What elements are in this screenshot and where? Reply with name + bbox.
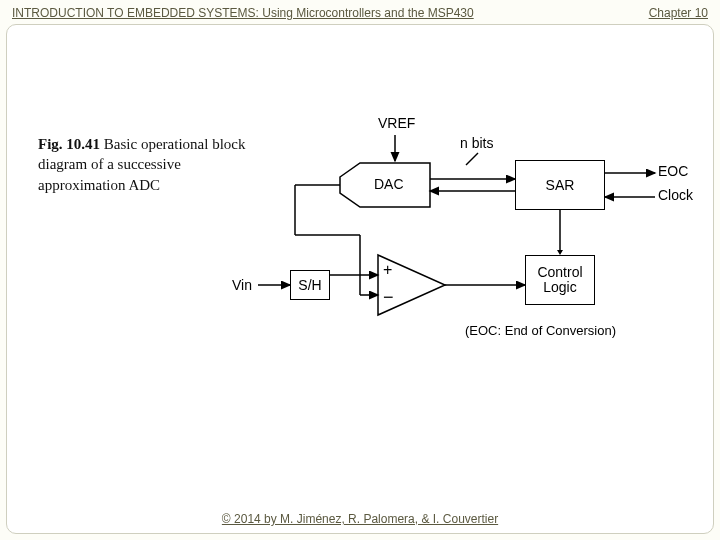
block-sar: SAR <box>515 160 605 210</box>
diagram-note: (EOC: End of Conversion) <box>465 323 616 338</box>
block-sar-label: SAR <box>546 177 575 193</box>
block-control-logic-label: Control Logic <box>530 265 590 296</box>
label-clock: Clock <box>658 187 693 203</box>
block-diagram: VREF n bits EOC Clock Vin + − DAC SAR S/… <box>260 115 690 375</box>
block-sh: S/H <box>290 270 330 300</box>
svg-line-3 <box>466 153 478 165</box>
label-plus: + <box>383 261 392 279</box>
footer-copyright: © 2014 by M. Jiménez, R. Palomera, & I. … <box>0 512 720 526</box>
block-control-logic: Control Logic <box>525 255 595 305</box>
label-minus: − <box>383 287 394 308</box>
header-chapter: Chapter 10 <box>649 6 708 20</box>
label-nbits: n bits <box>460 135 493 151</box>
figure-number: Fig. 10.41 <box>38 136 100 152</box>
header-title: INTRODUCTION TO EMBEDDED SYSTEMS: Using … <box>12 6 474 20</box>
block-sh-label: S/H <box>298 277 321 293</box>
label-vin: Vin <box>232 277 252 293</box>
block-dac-label: DAC <box>374 176 404 192</box>
label-vref: VREF <box>378 115 415 131</box>
label-eoc: EOC <box>658 163 688 179</box>
figure-caption: Fig. 10.41 Basic operational block diagr… <box>38 134 248 195</box>
